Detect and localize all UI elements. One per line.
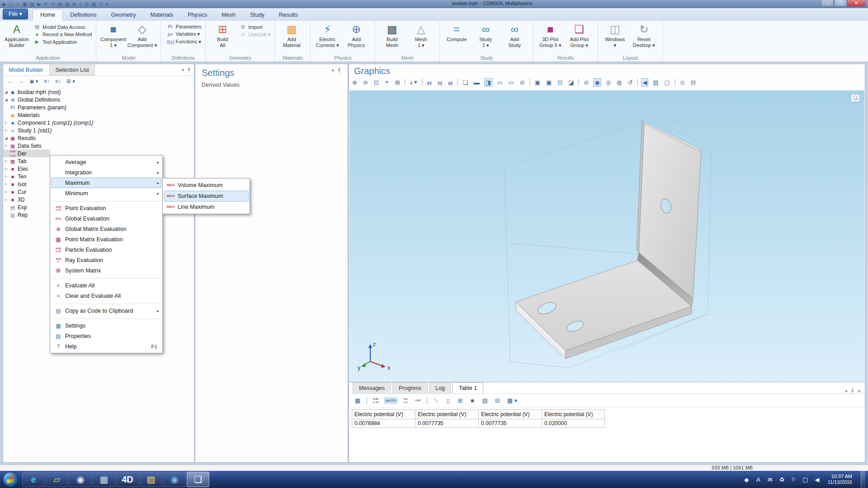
qat-icon[interactable]: ▢ [8,1,13,7]
context-menu-item[interactable]: ? Help F1 [51,341,161,352]
table-header-cell[interactable]: Electric potential (V) [478,409,542,419]
table-toolbar-icon[interactable]: ▦ [354,396,362,405]
table-toolbar-icon[interactable]: 8.85 e-12 [372,397,380,404]
tree-expander[interactable]: ▷ [3,159,9,163]
table-toolbar-icon[interactable] [366,397,367,404]
table-cell[interactable]: 0.0077735 [415,419,478,428]
tree-node[interactable]: ▷ ■ Component 1 (comp1) {comp1} [3,119,194,127]
ribbon-big-button[interactable]: = Compute [443,22,471,55]
context-menu-item[interactable]: 8.85 e-12 Point Evaluation [51,203,161,213]
table-toolbar-icon[interactable]: AUTO [384,398,397,404]
graphics-toolbar-icon[interactable] [529,79,530,86]
ribbon-big-button[interactable]: ■ Component 1 ▾ [99,22,127,55]
graphics-toolbar-icon[interactable] [578,79,579,86]
canvas-view-button[interactable]: ❏ [851,94,860,102]
ribbon-big-button[interactable]: ↻ Reset Desktop ▾ [630,22,658,55]
graphics-toolbar-icon[interactable]: ⊕ [351,78,359,87]
tree-toolbar-icon[interactable]: ⊞ ▾ [66,78,75,84]
tree-expander[interactable]: ▷ [3,121,9,125]
window-button[interactable]: – [821,0,834,7]
qat-icon[interactable]: ▧ [65,1,69,7]
context-menu-item[interactable]: ▤ Properties [51,331,161,341]
bottom-tab[interactable]: Log [429,382,451,394]
table-toolbar-icon[interactable]: 8.5 e-1 [402,397,410,404]
taskbar-item[interactable]: ▨ [140,472,162,487]
tree-node[interactable]: 8.85 e-12 Der [3,150,50,157]
bottom-tab[interactable]: Progress [392,382,428,394]
qat-icon[interactable]: ⊞ [72,1,76,7]
graphics-toolbar-icon[interactable]: yz [436,79,443,86]
context-menu-item[interactable]: Maximum ▸ [51,178,161,188]
tray-icon[interactable]: A [755,476,762,483]
submenu-item[interactable]: MAX Surface Maximum [164,191,249,202]
table-cell[interactable]: 0.0076984 [352,419,415,428]
ribbon-small-button[interactable]: a= Variables ▾ [165,31,203,38]
taskbar-item[interactable]: ◉ [69,472,92,487]
qat-icon[interactable]: ⊡ [85,1,89,7]
tray-icon[interactable]: ▢ [802,476,809,483]
graphics-toolbar-icon[interactable]: ⊘ [519,78,526,87]
graphics-toolbar-icon[interactable]: ◍ [615,78,623,87]
bottom-tab[interactable]: Messages [353,382,391,394]
tree-expander[interactable]: ▷ [3,144,9,148]
graphics-toolbar-icon[interactable]: ◪ [567,78,575,87]
ribbon-big-button[interactable]: ⊞ Build All [208,22,236,55]
context-menu-item[interactable]: ▤ Copy as Code to Clipboard ▸ [51,305,161,316]
taskbar-item[interactable]: 4D [116,472,139,487]
tree-expander[interactable]: ▷ [3,128,9,132]
ribbon-tab[interactable]: Home [33,9,63,21]
qat-icon[interactable]: ⊙ [99,1,103,7]
ribbon-big-button[interactable]: ∞ Add Study [500,22,528,55]
tree-node[interactable]: ▷ ∞ Study 1 {std1} [3,127,194,134]
start-button[interactable] [3,472,18,487]
table-header-cell[interactable]: Electric potential (V) [352,409,415,419]
ribbon-big-button[interactable]: ■ 3D Plot Group 5 ▾ [536,22,564,55]
ribbon-small-button[interactable]: ▶ Test Application [33,38,93,45]
taskbar-item[interactable]: ▦ [93,472,115,487]
qat-icon[interactable]: ↷ [51,1,55,7]
tray-icon[interactable]: ✉ [766,476,774,483]
submenu-item[interactable]: MAX Line Maximum [164,202,249,212]
ribbon-big-button[interactable]: ⚡ Electric Currents ▾ [313,22,341,55]
graphics-toolbar-icon[interactable]: ▣ [533,78,542,87]
tree-node[interactable]: ◢ ◆ busbar.mph (root) [3,88,194,96]
tray-icon[interactable]: ◀ [813,476,821,483]
tree-toolbar-icon[interactable]: ≡↓ [55,78,61,84]
panel-header-icon[interactable]: ╀ [338,68,340,73]
graphics-toolbar-icon[interactable]: ◀ [641,78,648,87]
qat-icon[interactable]: ▥ [30,1,34,7]
graphics-toolbar-icon[interactable] [675,79,675,86]
panel-header-icon[interactable]: ▾ [332,68,334,73]
context-menu-item[interactable]: Minimum ▸ [51,188,161,198]
qat-icon[interactable]: ▾ [106,1,108,7]
taskbar-clock[interactable]: 10:37 AM 11/13/2015 [825,474,857,485]
tree-expander[interactable]: ◢ [3,136,9,140]
graphics-toolbar-icon[interactable]: ▭ [495,78,504,87]
context-menu-item[interactable]: 8.85 ✳ Ray Evaluation [51,255,161,265]
table-cell[interactable]: 0.0077735 [478,419,542,428]
ribbon-small-button[interactable]: f(x) Functions ▾ [165,38,203,45]
tree-node[interactable]: Pi Parameters {param} [3,103,194,111]
graphics-toolbar-icon[interactable] [637,79,638,86]
context-menu-item[interactable] [52,316,160,319]
table-header-cell[interactable]: Electric potential (V) [542,409,605,419]
ribbon-big-button[interactable]: ∞ Study 1 ▾ [472,22,500,55]
graphics-toolbar-icon[interactable]: ▣ [545,78,553,87]
ribbon-tab[interactable]: Geometry [104,9,143,21]
context-menu-item[interactable] [52,276,160,279]
ribbon-small-button[interactable]: ● Record a New Method [33,31,93,38]
graphics-toolbar-icon[interactable] [422,79,423,86]
show-desktop-button[interactable] [861,471,865,488]
tab-model-builder[interactable]: Model Builder [3,65,48,75]
qat-icon[interactable]: ▱ [16,1,19,7]
ribbon-tab[interactable]: Mesh [214,9,243,21]
graphics-toolbar-icon[interactable]: ⌖ [383,78,391,87]
submenu-item[interactable]: MAX Volume Maximum [164,180,249,191]
tree-expander[interactable]: ◢ [3,90,9,94]
taskbar-item[interactable]: e [22,472,45,487]
context-menu-item[interactable]: ▦ Settings [51,320,161,331]
context-menu-item[interactable]: Average ▸ [51,157,161,167]
graphics-toolbar-icon[interactable]: ⊞ [394,78,401,87]
tree-node[interactable]: ◢ ▣ Results [3,134,194,142]
tray-icon[interactable]: ◆ [743,476,750,483]
